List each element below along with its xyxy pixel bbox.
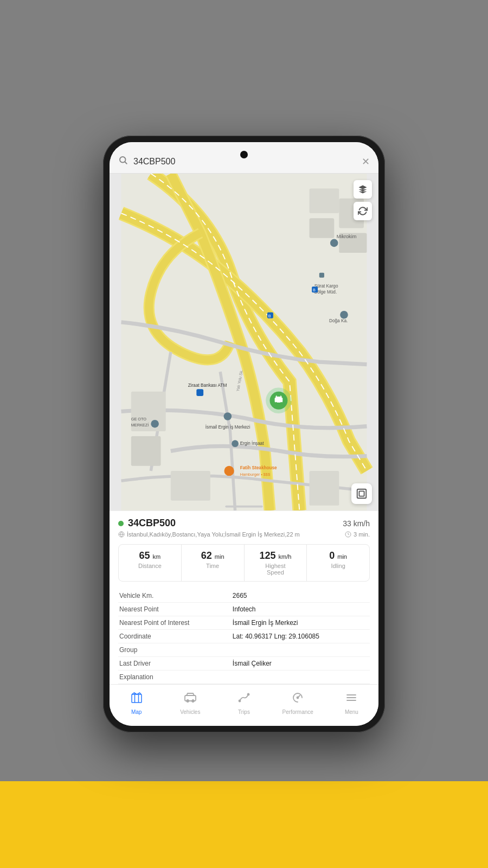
detail-value: İsmail Çeliker: [232, 657, 370, 671]
svg-text:MERKEZİ: MERKEZİ: [131, 423, 149, 427]
search-icon: [118, 155, 128, 168]
vehicles-nav-icon: [184, 691, 197, 707]
idling-value: 0 min: [311, 550, 365, 561]
trips-nav-label: Trips: [238, 709, 250, 715]
svg-text:Mikrokim: Mikrokim: [337, 234, 357, 239]
svg-text:Ziraat Bankası ATM: Ziraat Bankası ATM: [188, 383, 227, 388]
detail-key: Group: [118, 643, 232, 657]
svg-point-27: [224, 466, 234, 476]
svg-point-58: [297, 697, 299, 699]
phone-screen: 34CBP500 ✕: [110, 142, 378, 726]
nav-item-performance[interactable]: Performance: [271, 689, 325, 717]
location-text: İstanbul,Kadıköy,Bostancı,Yaya Yolu;İsma…: [118, 531, 345, 538]
detail-key: Last Driver: [118, 657, 232, 671]
svg-point-36: [280, 402, 282, 404]
speed-value: 125 km/h: [249, 550, 303, 561]
speed-unit: km/h: [278, 553, 291, 560]
stat-distance: 65 km Distance: [119, 545, 182, 581]
svg-rect-18: [196, 389, 203, 396]
svg-line-1: [125, 162, 126, 163]
svg-point-23: [224, 412, 232, 420]
map-refresh-button[interactable]: [354, 202, 372, 220]
distance-unit: km: [153, 553, 161, 560]
svg-rect-49: [132, 694, 142, 703]
svg-rect-8: [131, 436, 161, 466]
detail-row: Explanation: [118, 671, 370, 684]
bottom-nav: Map Vehicles: [110, 684, 378, 726]
svg-rect-9: [310, 471, 339, 506]
performance-nav-icon: [291, 691, 304, 707]
vehicles-nav-label: Vehicles: [180, 709, 200, 715]
detail-row: Vehicle Km.2665: [118, 589, 370, 603]
detail-key: Coordinate: [118, 630, 232, 643]
svg-point-20: [151, 420, 159, 428]
distance-value: 65 km: [123, 550, 177, 561]
map-nav-label: Map: [131, 709, 142, 715]
menu-nav-label: Menu: [345, 709, 358, 715]
detail-row: Last Driverİsmail Çeliker: [118, 657, 370, 671]
svg-text:Doğa Ka.: Doğa Ka.: [329, 318, 348, 323]
time-value: 3 min.: [354, 531, 370, 538]
idling-label: Idling: [311, 563, 365, 569]
vehicle-id: 34CBP500: [128, 518, 176, 529]
svg-point-35: [275, 402, 278, 404]
detail-key: Explanation: [118, 671, 232, 684]
trips-nav-icon: [237, 691, 251, 707]
svg-rect-45: [359, 491, 364, 496]
distance-label: Distance: [123, 563, 177, 569]
vehicle-header: 34CBP500 33 km/h: [118, 518, 370, 529]
time-value-stat: 62 min: [186, 550, 240, 561]
detail-value: Lat: 40.96317 Lng: 29.106085: [232, 630, 370, 643]
map-view[interactable]: Mikrokim Sürat Kargo Bölge Müd. Doğa Ka.…: [110, 174, 378, 510]
time-label: Time: [186, 563, 240, 569]
vehicle-details-table: Vehicle Km.2665Nearest PointInfotechNear…: [118, 589, 370, 684]
svg-rect-13: [319, 273, 324, 278]
close-icon[interactable]: ✕: [362, 156, 370, 168]
phone-frame: 34CBP500 ✕: [103, 136, 385, 732]
detail-row: Nearest Point of Interestİsmail Ergin İş…: [118, 616, 370, 630]
nav-item-menu[interactable]: Menu: [325, 689, 378, 717]
svg-text:Ergin İnşaat: Ergin İnşaat: [240, 441, 264, 446]
detail-value: Infotech: [232, 603, 370, 616]
yellow-background: [0, 781, 488, 868]
status-indicator: [118, 521, 124, 526]
svg-rect-10: [171, 471, 210, 501]
menu-nav-icon: [345, 691, 358, 707]
svg-point-55: [239, 700, 241, 702]
detail-row: CoordinateLat: 40.96317 Lng: 29.106085: [118, 630, 370, 643]
nav-item-vehicles[interactable]: Vehicles: [163, 689, 217, 717]
vehicle-id-row: 34CBP500: [118, 518, 176, 529]
svg-point-11: [330, 239, 338, 247]
map-layer-button[interactable]: [354, 180, 372, 199]
vehicle-speed: 33 km/h: [343, 519, 370, 528]
stat-time: 62 min Time: [182, 545, 245, 581]
map-nav-icon: [130, 691, 143, 707]
map-controls: [354, 180, 372, 220]
camera-dot: [240, 151, 248, 158]
detail-key: Nearest Point: [118, 603, 232, 616]
detail-key: Vehicle Km.: [118, 589, 232, 603]
speed-label: HighestSpeed: [249, 563, 303, 576]
svg-point-56: [248, 694, 249, 695]
idling-unit: min: [337, 553, 347, 560]
time-unit: min: [215, 553, 224, 560]
nav-item-map[interactable]: Map: [110, 689, 163, 717]
location-row: İstanbul,Kadıköy,Bostancı,Yaya Yolu;İsma…: [118, 531, 370, 538]
svg-text:GE OTO: GE OTO: [131, 417, 147, 422]
svg-text:Sürat Kargo: Sürat Kargo: [314, 284, 338, 289]
nav-item-trips[interactable]: Trips: [217, 689, 271, 717]
svg-rect-4: [310, 218, 335, 238]
detail-value: İsmail Ergin İş Merkezi: [232, 616, 370, 630]
time-ago: 3 min.: [345, 531, 370, 538]
svg-point-25: [232, 440, 239, 447]
detail-row: Group: [118, 643, 370, 657]
vehicle-info-panel: 34CBP500 33 km/h İstanbul,Kadıköy,Bostan…: [110, 510, 378, 684]
location-address: İstanbul,Kadıköy,Bostancı,Yaya Yolu;İsma…: [127, 531, 300, 538]
map-target-button[interactable]: [351, 483, 372, 504]
detail-value: [232, 643, 370, 657]
svg-rect-43: [225, 506, 262, 508]
detail-value: 2665: [232, 589, 370, 603]
svg-text:B: B: [313, 288, 316, 292]
stat-idling: 0 min Idling: [307, 545, 369, 581]
svg-text:İsmail Ergin İş Merkezi: İsmail Ergin İş Merkezi: [206, 424, 251, 430]
